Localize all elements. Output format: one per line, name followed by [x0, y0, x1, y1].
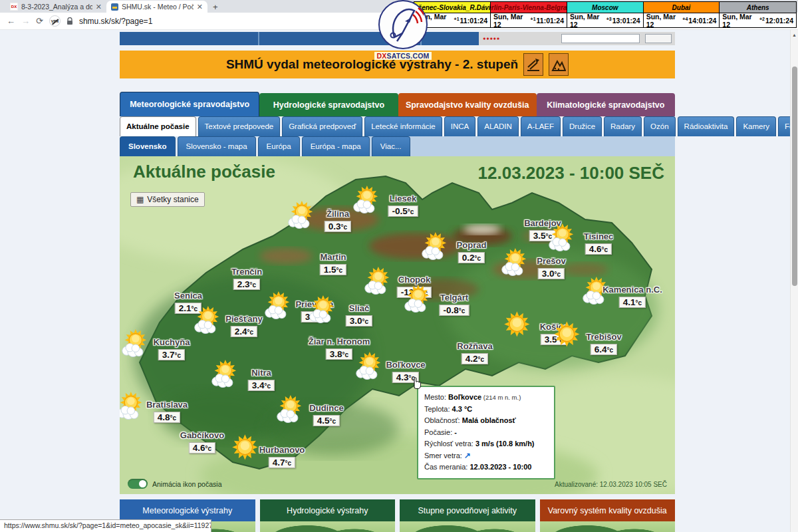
tab-aladin[interactable]: ALADIN	[477, 116, 519, 136]
tab-radioaktivita[interactable]: Rádioaktivita	[678, 116, 735, 136]
tab-druzice[interactable]: Družice	[563, 116, 602, 136]
station-name: Tisinec	[584, 231, 614, 241]
main-tabs-row: Meteorologické spravodajstvoHydrologické…	[120, 92, 675, 116]
tab-aktualne-pocasie[interactable]: Aktuálne počasie	[120, 116, 196, 136]
view-tab-slovensko[interactable]: Slovensko	[120, 136, 176, 156]
main-tab-meteorologicke-spravodajstvo[interactable]: Meteorologické spravodajstvo	[120, 92, 259, 116]
tab-graficka-predpoved[interactable]: Grafická predpoveď	[282, 116, 362, 136]
all-stations-button[interactable]: ▦ Všetky stanice	[130, 192, 205, 207]
scroll-up-arrow[interactable]: ▲	[792, 33, 797, 37]
view-tab-europa[interactable]: Európa	[258, 136, 300, 156]
station-name: Gabčíkovo	[180, 430, 224, 440]
tab-a-laef[interactable]: A-LAEF	[521, 116, 561, 136]
station-label-group: Tisinec4.6°c	[598, 231, 628, 255]
weather-station-nitra[interactable]: Nitra3.4°c	[261, 368, 288, 391]
scrollbar-thumb[interactable]	[792, 66, 797, 286]
station-label-group: Poprad0.2°c	[471, 240, 501, 263]
sun-cloud-icon	[545, 222, 576, 253]
toggle-switch-icon[interactable]	[128, 479, 148, 489]
weather-map[interactable]: Aktuálne počasie 12.03.2023 - 10:00 SEČ …	[120, 156, 675, 494]
tooltip-suffix: (214 m n. m.)	[481, 394, 521, 401]
station-temp: 2.4°c	[231, 326, 257, 337]
tooltip-value: 4.3 °C	[452, 405, 473, 413]
weather-station-poprad[interactable]: Poprad0.2°c	[471, 240, 501, 263]
tab-ozon[interactable]: Ozón	[644, 116, 676, 136]
panel-link-stupne-povodnovej-aktivity[interactable]: Stupne povodňovej aktivity	[400, 499, 535, 521]
clock-utc-offset: +2	[759, 17, 765, 21]
reload-icon[interactable]: ⟳	[36, 17, 43, 25]
weather-station-telgart[interactable]: Telgárt-0.8°c	[454, 293, 484, 316]
tab-letecke-informacie[interactable]: Letecké informácie	[364, 116, 442, 136]
tooltip-row-smer-vetra: Smer vetra: ↗	[424, 450, 548, 462]
panel-hydrologicke-vystrahy: Hydrologické výstrahy	[260, 499, 396, 532]
weather-station-liesek[interactable]: Liesek-0.5°c	[403, 194, 433, 217]
dxsatcs-logo: DXSATCS.COM	[374, 0, 432, 59]
weather-station-martin[interactable]: Martin1.5°c	[333, 252, 360, 275]
shmu-page: ✱✱✱✱✱ SHMÚ vydal meteorologické výstrahy…	[120, 30, 675, 532]
weather-station-kamenica-n-c[interactable]: Kamenica n.C.4.1°c	[632, 285, 675, 308]
weather-station-tisinec[interactable]: Tisinec4.6°c	[598, 231, 628, 255]
sun-cloud-icon	[498, 247, 529, 277]
new-tab-button[interactable]: +	[213, 1, 218, 13]
tooltip-value: Boľkovce	[448, 393, 481, 401]
tab-radary[interactable]: Radary	[604, 116, 642, 136]
weather-station-bratislava[interactable]: Bratislava4.8°c	[167, 400, 208, 423]
station-name: Trenčín	[231, 267, 262, 277]
view-tab-slovensko-mapa[interactable]: Slovensko - mapa	[178, 136, 256, 156]
alert-banner-text: SHMÚ vydal meteorologické výstrahy - 2. …	[226, 57, 518, 72]
tooltip-value: Malá oblačnosť	[462, 416, 516, 424]
vpn-extension-icon[interactable]: VPN	[49, 15, 61, 27]
weather-station-hurbanovo[interactable]: Hurbanovo4.7°c	[282, 445, 328, 468]
view-tab-viac[interactable]: Viac...	[372, 136, 410, 156]
tab-textove-predpovede[interactable]: Textové predpovede	[198, 116, 281, 136]
wind-direction-arrow-icon: ↗	[464, 451, 471, 460]
animation-toggle[interactable]: Animácia ikon počasia	[128, 479, 221, 489]
toggle-label: Animácia ikon počasia	[152, 480, 221, 488]
station-name: Rožňava	[457, 341, 492, 351]
tab-kamery[interactable]: Kamery	[736, 116, 776, 136]
site-search-input[interactable]	[561, 34, 640, 43]
weather-station-trencin[interactable]: Trenčín2.3°c	[247, 267, 277, 290]
wind-warning-icon[interactable]	[523, 53, 543, 76]
station-name: Hurbanovo	[259, 445, 305, 455]
station-temp: 4.6°c	[189, 442, 215, 454]
main-tab-hydrologicke-spravodajstvo[interactable]: Hydrologické spravodajstvo	[259, 93, 398, 116]
forward-icon[interactable]: →	[21, 17, 30, 25]
main-tab-spravodajstvo-kvality-ovzdusia[interactable]: Spravodajstvo kvality ovzdušia	[398, 93, 537, 116]
panel-link-varovny-system-kvality-ovzdusia[interactable]: Varovný systém kvality ovzdušia	[540, 499, 676, 521]
station-label-group: Piešťany2.4°c	[244, 314, 281, 337]
weather-station-sliac[interactable]: Sliač3.0°c	[359, 303, 386, 327]
station-name: Nitra	[251, 368, 271, 378]
view-tab-europa-mapa[interactable]: Európa - mapa	[302, 136, 370, 156]
panel-link-hydrologicke-vystrahy[interactable]: Hydrologické výstrahy	[260, 499, 396, 521]
sun-cloud-icon	[120, 390, 144, 421]
avalanche-warning-icon[interactable]	[549, 53, 569, 76]
weather-station-piestany[interactable]: Piešťany2.4°c	[244, 314, 281, 337]
clock-city-moscow: MoscowSun, Mar 12+313:01:24	[567, 2, 644, 27]
clock-time: Sun, Mar 12+313:01:24	[567, 13, 643, 27]
weather-station-dudince[interactable]: Dudince4.5°c	[327, 403, 360, 426]
url-bar[interactable]: shmu.sk/sk/?page=1	[79, 17, 152, 26]
site-search-button[interactable]	[645, 34, 672, 43]
station-label-group: Hurbanovo4.7°c	[282, 445, 328, 468]
panel-link-meteorologicke-vystrahy[interactable]: Meteorologické výstrahy	[120, 499, 255, 521]
weather-station-trebisov[interactable]: Trebišov6.4°c	[604, 332, 639, 355]
station-temp: 4.2°c	[462, 353, 488, 364]
station-label-group: Rožňava4.2°c	[475, 341, 510, 364]
view-tabs-row: SlovenskoSlovensko - mapaEurópaEurópa - …	[120, 136, 675, 156]
sun-cloud-icon	[191, 305, 221, 335]
browser-tab-dxsat[interactable]: DX 8-3-2023_Analýza a dokazovanie ac ✕	[5, 1, 106, 13]
main-tab-klimatologicke-spravodajstvo[interactable]: Klimatologické spravodajstvo	[537, 93, 675, 116]
weather-station-presov[interactable]: Prešov3.0°c	[551, 256, 580, 279]
tab-close-icon[interactable]: ✕	[197, 3, 203, 11]
clock-hhmmss: 13:01:24	[612, 17, 640, 25]
tab-inca[interactable]: INCA	[444, 116, 475, 136]
weather-station-roznava[interactable]: Rožňava4.2°c	[475, 341, 510, 364]
lock-icon	[66, 17, 73, 25]
back-icon[interactable]: ←	[7, 17, 15, 25]
browser-tab-shmu[interactable]: SHMU.sk - Meteo / Počasie / Hydrol ✕	[106, 1, 207, 13]
tab-close-icon[interactable]: ✕	[96, 3, 102, 11]
tooltip-value: 12.03.2023 - 10:00	[469, 463, 531, 471]
weather-station-kuchyna[interactable]: Kuchyňa3.7°c	[172, 337, 208, 360]
scrollbar[interactable]: ▲	[790, 30, 798, 532]
